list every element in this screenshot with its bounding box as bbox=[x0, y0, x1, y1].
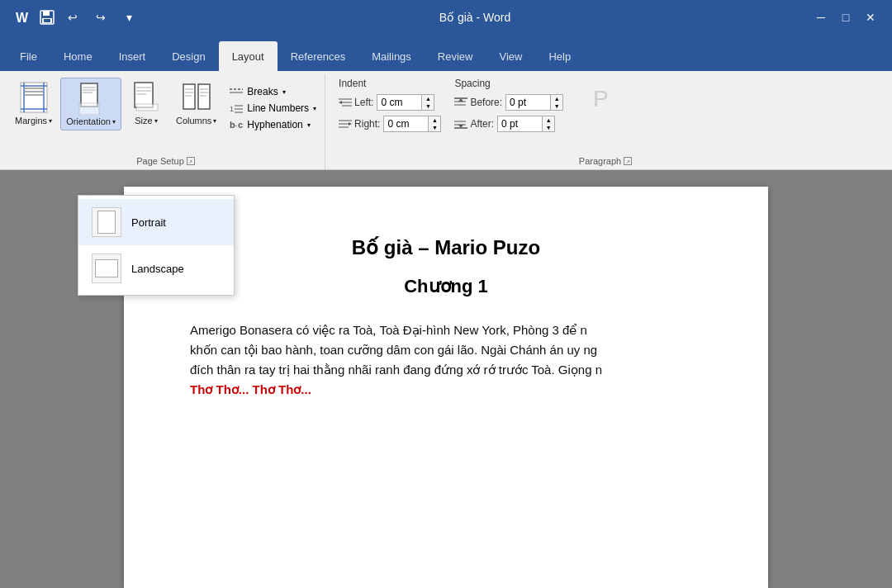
svg-rect-13 bbox=[25, 94, 43, 96]
document-chapter: Chương 1 bbox=[190, 276, 702, 297]
margins-button[interactable]: Margins ▾ bbox=[10, 78, 57, 129]
indent-spacing-group: Indent Left: 0 cm ▲ ▼ bbox=[325, 74, 885, 169]
spacing-before-row: Before: 0 pt ▲ ▼ bbox=[454, 94, 563, 111]
tab-view[interactable]: View bbox=[486, 41, 535, 71]
indent-right-spinner[interactable]: ▲ ▼ bbox=[428, 116, 440, 131]
landscape-label: Landscape bbox=[131, 263, 184, 275]
undo-button[interactable]: ↩ bbox=[61, 6, 84, 29]
portrait-icon bbox=[92, 207, 121, 237]
svg-text:c: c bbox=[238, 120, 243, 130]
spacing-after-down[interactable]: ▼ bbox=[543, 124, 554, 131]
columns-arrow: ▾ bbox=[213, 117, 216, 125]
indent-section: Indent Left: 0 cm ▲ ▼ bbox=[339, 78, 441, 132]
svg-marker-44 bbox=[339, 101, 342, 104]
svg-rect-25 bbox=[198, 84, 210, 109]
paragraph-footer[interactable]: Paragraph ↗ bbox=[329, 154, 882, 169]
indent-left-down[interactable]: ▼ bbox=[422, 102, 434, 110]
line-numbers-button[interactable]: 1 Line Numbers ▾ bbox=[225, 101, 321, 116]
indent-right-row: Right: 0 cm ▲ ▼ bbox=[339, 116, 441, 132]
svg-text:-: - bbox=[235, 121, 237, 130]
spacing-before-input[interactable]: 0 pt ▲ ▼ bbox=[505, 94, 563, 111]
body-line-2: khốn can tội bao hành, toan cưỡng dâm co… bbox=[190, 340, 702, 360]
indent-right-up[interactable]: ▲ bbox=[429, 116, 440, 124]
svg-rect-20 bbox=[136, 104, 158, 111]
spacing-after-label: After: bbox=[454, 118, 494, 130]
tab-help[interactable]: Help bbox=[535, 41, 584, 71]
spacing-before-label: Before: bbox=[454, 97, 502, 108]
portrait-label: Portrait bbox=[131, 216, 166, 229]
ribbon-tabs: File Home Insert Design Layout Reference… bbox=[0, 35, 892, 71]
title-bar-left: W ↩ ↪ ▾ bbox=[10, 6, 140, 29]
size-arrow: ▾ bbox=[154, 117, 158, 125]
customize-qat-button[interactable]: ▾ bbox=[117, 6, 140, 29]
arrange-placeholder: P bbox=[593, 86, 609, 112]
minimize-button[interactable]: ─ bbox=[809, 6, 833, 29]
tab-review[interactable]: Review bbox=[425, 41, 486, 71]
columns-button[interactable]: Columns ▾ bbox=[171, 78, 221, 129]
spacing-section: Spacing Before: 0 pt ▲ ▼ bbox=[454, 78, 563, 132]
indent-spacing-content: Indent Left: 0 cm ▲ ▼ bbox=[329, 74, 882, 154]
spacing-after-input[interactable]: 0 pt ▲ ▼ bbox=[497, 116, 555, 132]
close-button[interactable]: ✕ bbox=[859, 6, 882, 29]
page-setup-group: Margins ▾ Orientation ▾ bbox=[7, 74, 325, 169]
maximize-button[interactable]: □ bbox=[834, 6, 857, 29]
svg-marker-48 bbox=[349, 122, 352, 126]
redo-button[interactable]: ↪ bbox=[89, 6, 112, 29]
indent-left-spinner[interactable]: ▲ ▼ bbox=[421, 95, 434, 110]
document-title: Bố già – Mario Puzo bbox=[190, 236, 702, 259]
tab-mailings[interactable]: Mailings bbox=[358, 41, 425, 71]
orientation-dropdown: Portrait Landscape bbox=[78, 195, 235, 296]
landscape-option[interactable]: Landscape bbox=[78, 245, 234, 292]
margins-arrow: ▾ bbox=[49, 117, 52, 125]
margins-icon bbox=[17, 81, 50, 114]
page-options-group: Breaks ▾ 1 Line Numbers ▾ b bbox=[225, 78, 321, 132]
columns-label: Columns ▾ bbox=[176, 116, 216, 126]
svg-rect-5 bbox=[44, 19, 50, 22]
indent-right-input[interactable]: 0 cm ▲ ▼ bbox=[383, 116, 441, 132]
spacing-before-spinner[interactable]: ▲ ▼ bbox=[550, 95, 562, 110]
landscape-icon bbox=[92, 254, 121, 283]
columns-icon bbox=[180, 81, 213, 114]
indent-left-input[interactable]: 0 cm ▲ ▼ bbox=[377, 94, 434, 111]
tab-file[interactable]: File bbox=[7, 41, 50, 71]
tab-layout[interactable]: Layout bbox=[219, 41, 278, 71]
orientation-arrow: ▾ bbox=[112, 118, 116, 126]
orientation-icon bbox=[74, 82, 107, 115]
page-setup-footer[interactable]: Page Setup ↗ bbox=[10, 154, 321, 169]
indent-left-label: Left: bbox=[339, 97, 373, 108]
tab-home[interactable]: Home bbox=[50, 41, 106, 71]
indent-right-label: Right: bbox=[339, 118, 380, 130]
tab-references[interactable]: References bbox=[278, 41, 358, 71]
svg-rect-11 bbox=[25, 88, 43, 89]
title-bar: W ↩ ↪ ▾ Bố già - Word ─ □ ✕ bbox=[0, 0, 892, 35]
portrait-option[interactable]: Portrait bbox=[78, 199, 234, 245]
spacing-header: Spacing bbox=[454, 78, 563, 89]
svg-text:1: 1 bbox=[230, 105, 234, 113]
svg-rect-24 bbox=[183, 84, 195, 109]
spacing-after-row: After: 0 pt ▲ ▼ bbox=[454, 116, 563, 132]
word-icon: W bbox=[10, 6, 33, 29]
indent-left-up[interactable]: ▲ bbox=[422, 95, 434, 102]
indent-header: Indent bbox=[339, 78, 441, 89]
spacing-after-spinner[interactable]: ▲ ▼ bbox=[542, 116, 554, 131]
document-body[interactable]: Amerigo Bonasera có việc ra Toà, Toà Đại… bbox=[190, 320, 702, 400]
spacing-before-down[interactable]: ▼ bbox=[551, 102, 562, 110]
tab-insert[interactable]: Insert bbox=[106, 41, 159, 71]
orientation-button[interactable]: Orientation ▾ bbox=[60, 78, 121, 130]
indent-left-row: Left: 0 cm ▲ ▼ bbox=[339, 94, 441, 111]
orientation-label: Orientation ▾ bbox=[66, 116, 116, 126]
page-setup-buttons: Margins ▾ Orientation ▾ bbox=[10, 74, 321, 154]
save-button[interactable] bbox=[38, 8, 56, 26]
size-button[interactable]: Size ▾ bbox=[125, 78, 168, 129]
tab-design[interactable]: Design bbox=[159, 41, 218, 71]
size-icon bbox=[130, 81, 163, 114]
spacing-before-up[interactable]: ▲ bbox=[551, 95, 562, 102]
page-setup-expand-icon[interactable]: ↗ bbox=[187, 157, 195, 165]
breaks-button[interactable]: Breaks ▾ bbox=[225, 84, 321, 99]
svg-rect-6 bbox=[21, 83, 47, 112]
svg-rect-15 bbox=[79, 103, 99, 115]
spacing-after-up[interactable]: ▲ bbox=[543, 116, 554, 124]
paragraph-expand-icon[interactable]: ↗ bbox=[624, 157, 632, 165]
indent-right-down[interactable]: ▼ bbox=[429, 124, 440, 131]
hyphenation-button[interactable]: b - c Hyphenation ▾ bbox=[225, 117, 321, 132]
